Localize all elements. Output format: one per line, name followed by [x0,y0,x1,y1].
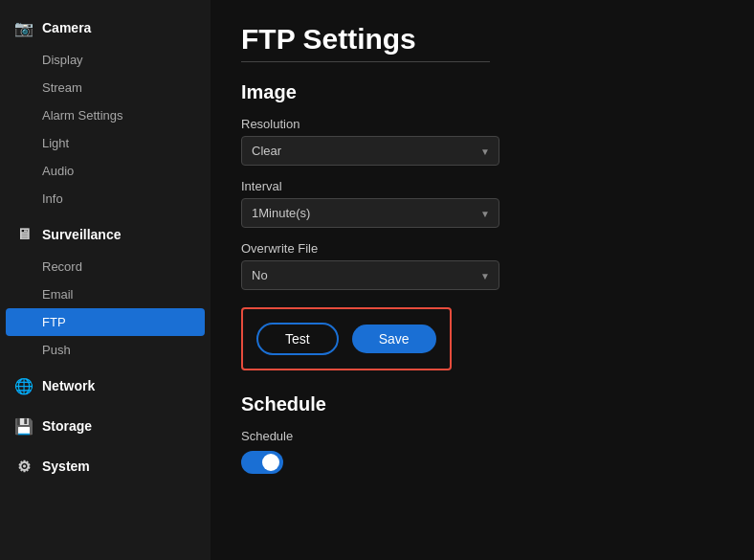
resolution-label: Resolution [241,117,723,131]
sidebar-category-surveillance-label: Surveillance [42,227,122,242]
schedule-toggle[interactable] [241,451,283,474]
sidebar-item-audio[interactable]: Audio [0,157,211,185]
storage-icon: 💾 [15,417,33,435]
sidebar-section-system: ⚙ System [0,448,211,484]
schedule-section: Schedule Schedule [241,393,723,474]
sidebar-category-surveillance[interactable]: 🖥 Surveillance [0,216,211,253]
sidebar-item-light[interactable]: Light [0,129,211,157]
title-divider [241,61,490,62]
resolution-select[interactable]: Clear HD Full HD [241,136,499,166]
sidebar-section-camera: 📷 Camera Display Stream Alarm Settings L… [0,10,211,213]
sidebar-category-storage[interactable]: 💾 Storage [0,408,211,444]
interval-label: Interval [241,179,723,193]
sidebar-section-surveillance: 🖥 Surveillance Record Email FTP Push [0,216,211,364]
schedule-toggle-slider [241,451,283,474]
action-buttons-row: Test Save [241,307,452,370]
sidebar-category-system[interactable]: ⚙ System [0,448,211,484]
sidebar-category-camera-label: Camera [42,20,91,35]
page-title: FTP Settings [241,23,723,56]
sidebar-item-info[interactable]: Info [0,185,211,213]
overwrite-file-label: Overwrite File [241,241,723,256]
surveillance-icon: 🖥 [15,226,33,243]
schedule-toggle-container [241,451,723,474]
image-section-title: Image [241,81,723,103]
overwrite-file-select[interactable]: No Yes [241,260,499,290]
resolution-row: Resolution Clear HD Full HD [241,117,723,166]
sidebar-category-system-label: System [42,459,90,474]
main-content: FTP Settings Image Resolution Clear HD F… [211,0,754,560]
sidebar-item-alarm-settings[interactable]: Alarm Settings [0,101,211,129]
image-section: Image Resolution Clear HD Full HD Interv… [241,81,723,370]
resolution-select-wrapper: Clear HD Full HD [241,136,499,166]
sidebar-category-storage-label: Storage [42,418,92,434]
sidebar-section-storage: 💾 Storage [0,408,211,444]
system-icon: ⚙ [15,458,33,475]
sidebar-item-ftp[interactable]: FTP [6,308,205,336]
network-icon: 🌐 [15,377,33,394]
interval-select[interactable]: 1Minute(s) 5Minutes 10Minutes 30Minutes [241,198,499,228]
test-button[interactable]: Test [256,323,339,355]
sidebar-item-push[interactable]: Push [0,336,211,364]
sidebar-item-display[interactable]: Display [0,46,211,74]
sidebar-category-network-label: Network [42,378,95,393]
camera-icon: 📷 [15,19,33,36]
interval-select-wrapper: 1Minute(s) 5Minutes 10Minutes 30Minutes [241,198,499,228]
interval-row: Interval 1Minute(s) 5Minutes 10Minutes 3… [241,179,723,228]
sidebar-category-network[interactable]: 🌐 Network [0,368,211,404]
sidebar: 📷 Camera Display Stream Alarm Settings L… [0,0,211,560]
save-button[interactable]: Save [352,325,436,353]
sidebar-section-network: 🌐 Network [0,368,211,404]
sidebar-item-record[interactable]: Record [0,253,211,280]
schedule-label: Schedule [241,429,723,443]
sidebar-item-stream[interactable]: Stream [0,74,211,101]
overwrite-file-select-wrapper: No Yes [241,260,499,290]
schedule-section-title: Schedule [241,393,723,415]
sidebar-category-camera[interactable]: 📷 Camera [0,10,211,46]
overwrite-file-row: Overwrite File No Yes [241,241,723,290]
sidebar-item-email[interactable]: Email [0,280,211,308]
